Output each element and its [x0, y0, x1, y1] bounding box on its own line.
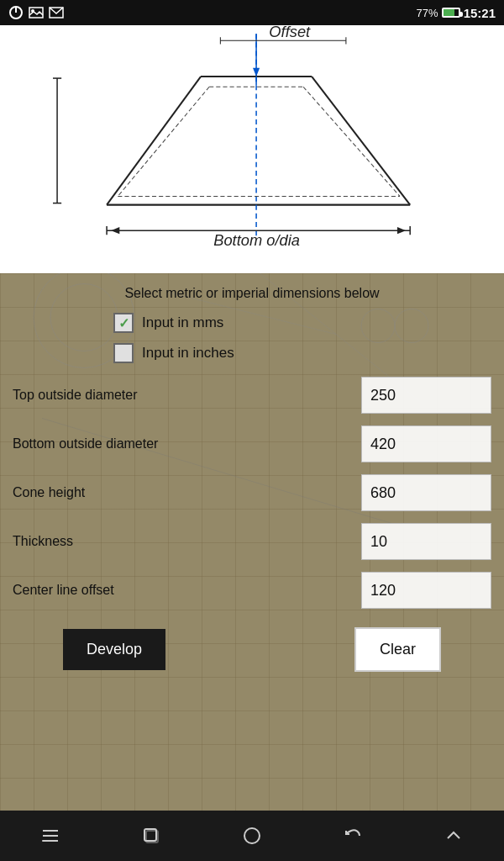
form-content: Select metric or imperial dimensions bel…: [0, 273, 504, 680]
svg-point-34: [42, 840, 44, 842]
menu-nav-button[interactable]: [34, 819, 67, 853]
svg-text:Offset: Offset: [269, 25, 311, 40]
status-bar: 77% 15:21: [0, 0, 504, 25]
input-center-line-offset[interactable]: [361, 572, 491, 609]
svg-text:Bottom o/dia: Bottom o/dia: [213, 231, 300, 249]
field-row-top-outside-diameter: Top outside diameter: [13, 373, 491, 417]
field-row-cone-height: Cone height: [13, 471, 491, 515]
input-cone-height[interactable]: [361, 474, 491, 511]
more-nav-button[interactable]: [437, 819, 470, 853]
input-thickness[interactable]: [361, 523, 491, 560]
label-thickness: Thickness: [13, 534, 361, 549]
home-nav-button[interactable]: [235, 819, 269, 853]
select-label: Select metric or imperial dimensions bel…: [13, 286, 491, 301]
field-row-center-line-offset: Center line offset: [13, 568, 491, 612]
checkbox-inch-row[interactable]: Input in inches: [113, 343, 491, 363]
label-top-outside-diameter: Top outside diameter: [13, 388, 361, 403]
label-bottom-outside-diameter: Bottom outside diameter: [13, 436, 361, 452]
battery-icon: [442, 8, 460, 18]
clear-button[interactable]: Clear: [354, 627, 441, 672]
status-icons-right: 77% 15:21: [417, 6, 496, 20]
recent-apps-nav-button[interactable]: [134, 819, 168, 853]
label-cone-height: Cone height: [13, 485, 361, 500]
field-row-thickness: Thickness: [13, 520, 491, 563]
main-content: Select metric or imperial dimensions bel…: [0, 273, 504, 811]
checkmark-mm: ✓: [118, 315, 129, 331]
svg-point-37: [244, 828, 260, 843]
buttons-row: Develop Clear: [13, 627, 491, 672]
back-icon: [343, 826, 363, 846]
checkbox-mm-label: Input in mms: [142, 314, 223, 331]
field-row-bottom-outside-diameter: Bottom outside diameter: [13, 422, 491, 466]
recent-apps-icon: [141, 826, 161, 846]
menu-icon: [40, 826, 60, 846]
diagram-area: Offset Bottom o/dia: [0, 25, 504, 273]
diagram-svg: Offset Bottom o/dia: [0, 25, 504, 273]
checkbox-inch[interactable]: [113, 343, 134, 363]
status-icons-left: [8, 5, 64, 20]
label-center-line-offset: Center line offset: [13, 583, 361, 598]
email-icon: [49, 7, 64, 18]
more-icon: [444, 826, 464, 846]
image-icon: [29, 7, 44, 18]
back-nav-button[interactable]: [336, 819, 370, 853]
develop-button[interactable]: Develop: [63, 629, 165, 670]
time-display: 15:21: [464, 6, 496, 20]
checkbox-inch-label: Input in inches: [142, 345, 234, 362]
notification-icon: [8, 5, 24, 20]
checkbox-mm[interactable]: ✓: [113, 313, 134, 333]
input-top-outside-diameter[interactable]: [361, 377, 491, 414]
home-icon: [242, 826, 262, 846]
input-bottom-outside-diameter[interactable]: [361, 425, 491, 462]
checkbox-mm-row[interactable]: ✓ Input in mms: [113, 313, 491, 333]
nav-bar: [0, 811, 504, 861]
battery-percent: 77%: [417, 7, 438, 19]
